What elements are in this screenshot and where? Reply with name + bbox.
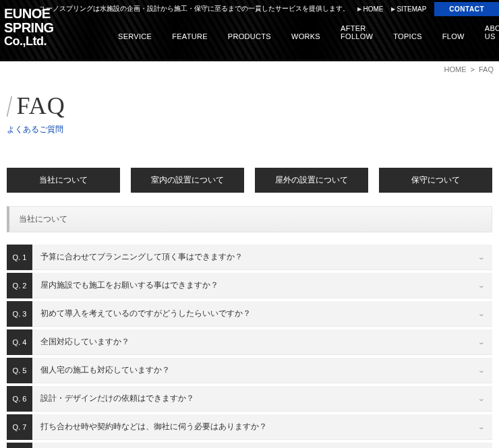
question-list: Q. 1 予算に合わせてプランニングして頂く事はできますか？ ⌄ Q. 2 屋内… [0,245,499,448]
breadcrumb: HOME > FAQ [0,61,499,77]
nav-after-follow[interactable]: AFTER FOLLOW [330,24,383,59]
question-number: Q. 4 [7,329,32,355]
logo-line-1: EUNOE [4,7,54,21]
breadcrumb-current: FAQ [479,65,494,73]
breadcrumb-separator: > [471,65,475,73]
tab-indoor[interactable]: 室内の設置について [131,168,244,193]
question-toggle[interactable]: 設計・デザインだけの依頼はできますか？ ⌄ [32,386,492,412]
question-toggle[interactable]: 個人宅の施工も対応していますか？ ⌄ [32,358,492,383]
chevron-down-icon: ⌄ [477,366,485,374]
question-row: Q. 1 予算に合わせてプランニングして頂く事はできますか？ ⌄ [7,245,492,270]
site-header: ユーノスプリングは水施設の企画・設計から施工・保守に至るまでの一貫したサービスを… [0,0,499,59]
question-text: 設計・デザインだけの依頼はできますか？ [40,393,194,404]
question-row: Q. 5 個人宅の施工も対応していますか？ ⌄ [7,358,492,383]
logo-line-2: SPRING [4,21,54,35]
tab-maint[interactable]: 保守について [379,168,492,193]
section-heading: 当社について [7,206,492,232]
nav-products[interactable]: PRODUCTS [218,32,281,59]
tab-company[interactable]: 当社について [7,168,120,193]
question-toggle[interactable]: 初めて導入を考えているのですがどうしたらいいですか？ ⌄ [32,301,492,327]
logo-line-3: Co.,Ltd. [4,35,54,48]
question-number: Q. 7 [7,414,32,440]
question-row: Q. 2 屋内施設でも施工をお願いする事はできますか？ ⌄ [7,273,492,298]
home-link[interactable]: ▶HOME [357,5,383,13]
page-title: FAQ [16,92,65,119]
chevron-down-icon: ⌄ [477,310,485,317]
question-number: Q. 8 [7,443,32,448]
question-text: 個人宅の施工も対応していますか？ [40,364,170,376]
question-row: Q. 7 打ち合わせ時や契約時などは、御社に伺う必要はありますか？ ⌄ [7,414,492,440]
caret-right-icon: ▶ [357,6,361,12]
nav-flow[interactable]: FLOW [432,32,475,59]
contact-button-label: CONTACT [449,5,484,13]
chevron-down-icon: ⌄ [477,253,485,261]
nav-service[interactable]: SERVICE [108,32,162,59]
question-text: 予算に合わせてプランニングして頂く事はできますか？ [40,251,243,263]
page-title-block: / FAQ よくあるご質問 [0,77,499,156]
faq-tabs: 当社について 室内の設置について 屋外の設置について 保守について [0,168,499,206]
question-row: Q. 6 設計・デザインだけの依頼はできますか？ ⌄ [7,386,492,412]
question-toggle[interactable]: ホームページに掲載されていない製品でも対応できますか？ ⌄ [32,443,492,448]
contact-button[interactable]: CONTACT [434,2,499,16]
question-text: 打ち合わせ時や契約時などは、御社に伺う必要はありますか？ [40,421,267,433]
question-toggle[interactable]: 全国対応していますか？ ⌄ [32,329,492,355]
title-slash-icon: / [7,92,11,123]
question-row: Q. 4 全国対応していますか？ ⌄ [7,329,492,355]
question-number: Q. 6 [7,386,32,412]
page-subtitle: よくあるご質問 [7,124,492,135]
nav-about-us[interactable]: ABOUT US [475,24,499,59]
site-tagline: ユーノスプリングは水施設の企画・設計から施工・保守に至るまでの一貫したサービスを… [39,0,349,18]
chevron-down-icon: ⌄ [477,423,485,430]
nav-topics[interactable]: TOPICS [383,32,432,59]
sitemap-link[interactable]: ▶SITEMAP [391,5,426,13]
caret-right-icon: ▶ [391,6,395,12]
primary-nav: SERVICE FEATURE PRODUCTS WORKS AFTER FOL… [0,18,499,59]
tab-outdoor[interactable]: 屋外の設置について [255,168,368,193]
home-link-label: HOME [363,5,383,13]
breadcrumb-home[interactable]: HOME [444,65,467,73]
question-text: 屋内施設でも施工をお願いする事はできますか？ [40,280,218,291]
sitemap-link-label: SITEMAP [397,5,426,13]
question-row: Q. 3 初めて導入を考えているのですがどうしたらいいですか？ ⌄ [7,301,492,327]
question-toggle[interactable]: 打ち合わせ時や契約時などは、御社に伺う必要はありますか？ ⌄ [32,414,492,440]
question-text: 全国対応していますか？ [40,336,129,348]
question-toggle[interactable]: 屋内施設でも施工をお願いする事はできますか？ ⌄ [32,273,492,298]
site-logo[interactable]: EUNOE SPRING Co.,Ltd. [4,7,54,48]
question-row: Q. 8 ホームページに掲載されていない製品でも対応できますか？ ⌄ [7,443,492,448]
question-toggle[interactable]: 予算に合わせてプランニングして頂く事はできますか？ ⌄ [32,245,492,270]
nav-feature[interactable]: FEATURE [162,32,218,59]
question-number: Q. 1 [7,245,32,270]
question-number: Q. 5 [7,358,32,383]
question-number: Q. 3 [7,301,32,327]
chevron-down-icon: ⌄ [477,282,485,289]
question-text: 初めて導入を考えているのですがどうしたらいいですか？ [40,308,251,319]
nav-works[interactable]: WORKS [281,32,330,59]
chevron-down-icon: ⌄ [477,395,485,402]
question-number: Q. 2 [7,273,32,298]
chevron-down-icon: ⌄ [477,338,485,346]
